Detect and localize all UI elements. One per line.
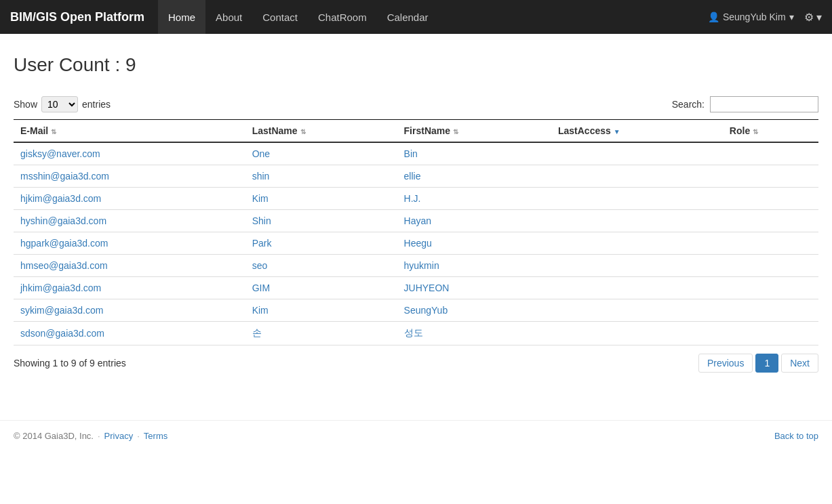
terms-link[interactable]: Terms	[144, 431, 167, 441]
username-label: SeungYub Kim	[723, 12, 786, 22]
cell-firstname: hyukmin	[397, 255, 551, 277]
cell-email[interactable]: hmseo@gaia3d.com	[14, 255, 245, 277]
col-lastname[interactable]: LastName⇅	[245, 120, 397, 143]
col-email[interactable]: E-Mail⇅	[14, 120, 245, 143]
cell-lastaccess	[551, 165, 723, 188]
next-button[interactable]: Next	[781, 354, 818, 373]
nav-item-contact[interactable]: Contact	[252, 0, 308, 34]
footer: © 2014 Gaia3D, Inc. · Privacy · Terms Ba…	[0, 420, 832, 451]
page-button-1[interactable]: 1	[755, 354, 778, 373]
search-label: Search:	[672, 99, 705, 110]
table-row: msshin@gaia3d.comshinellie	[14, 165, 818, 188]
cell-lastname: shin	[245, 165, 397, 188]
footer-left: © 2014 Gaia3D, Inc. · Privacy · Terms	[14, 431, 167, 441]
navbar: BIM/GIS Open Platform HomeAboutContactCh…	[0, 0, 832, 34]
cell-firstname: ellie	[397, 165, 551, 188]
cell-firstname: Hayan	[397, 210, 551, 232]
dot1: ·	[98, 431, 100, 441]
sort-icon-firstname: ⇅	[453, 128, 458, 135]
col-role[interactable]: Role⇅	[723, 120, 818, 143]
sort-icon-lastname: ⇅	[300, 128, 306, 135]
cell-lastname: Shin	[245, 210, 397, 232]
cell-email[interactable]: msshin@gaia3d.com	[14, 165, 245, 188]
entries-select[interactable]: 102550100	[41, 96, 78, 112]
cell-email[interactable]: gisksy@naver.com	[14, 142, 245, 165]
cell-lastaccess	[551, 210, 723, 232]
cell-firstname: JUHYEON	[397, 277, 551, 299]
pagination-controls: Previous 1Next	[698, 354, 818, 373]
table-head: E-Mail⇅LastName⇅FirstName⇅LastAccess▼Rol…	[14, 120, 818, 143]
cell-firstname: Heegu	[397, 232, 551, 255]
table-row: hmseo@gaia3d.comseohyukmin	[14, 255, 818, 277]
nav-item-chatroom[interactable]: ChatRoom	[308, 0, 377, 34]
data-table: E-Mail⇅LastName⇅FirstName⇅LastAccess▼Rol…	[14, 119, 818, 345]
col-lastaccess[interactable]: LastAccess▼	[551, 120, 723, 143]
cell-lastaccess	[551, 322, 723, 345]
page-title: User Count : 9	[14, 54, 818, 76]
nav-item-calendar[interactable]: Calendar	[377, 0, 439, 34]
table-row: jhkim@gaia3d.comGIMJUHYEON	[14, 277, 818, 299]
cell-role	[723, 255, 818, 277]
pagination-info: Showing 1 to 9 of 9 entries	[14, 358, 126, 369]
cell-role	[723, 142, 818, 165]
previous-button[interactable]: Previous	[698, 354, 753, 373]
cell-lastaccess	[551, 188, 723, 210]
cell-role	[723, 299, 818, 322]
sort-icon-email: ⇅	[51, 128, 56, 135]
cell-lastaccess	[551, 255, 723, 277]
user-menu[interactable]: 👤 SeungYub Kim ▾	[708, 12, 794, 22]
cell-lastname: GIM	[245, 277, 397, 299]
cell-lastname: 손	[245, 322, 397, 345]
nav-item-about[interactable]: About	[205, 0, 252, 34]
cell-lastname: Kim	[245, 299, 397, 322]
cell-email[interactable]: sykim@gaia3d.com	[14, 299, 245, 322]
user-dropdown-icon: ▾	[789, 12, 794, 22]
user-icon: 👤	[708, 12, 719, 22]
cell-firstname: 성도	[397, 322, 551, 345]
entries-label: entries	[82, 99, 111, 110]
table-row: sdson@gaia3d.com손성도	[14, 322, 818, 345]
cell-lastname: seo	[245, 255, 397, 277]
search-control: Search:	[672, 96, 818, 112]
cell-email[interactable]: sdson@gaia3d.com	[14, 322, 245, 345]
cell-firstname: Bin	[397, 142, 551, 165]
table-row: hjkim@gaia3d.comKimH.J.	[14, 188, 818, 210]
cell-role	[723, 165, 818, 188]
privacy-link[interactable]: Privacy	[104, 431, 134, 441]
sort-icon-lastaccess: ▼	[614, 128, 620, 135]
cell-lastname: Kim	[245, 188, 397, 210]
dot2: ·	[137, 431, 140, 441]
brand[interactable]: BIM/GIS Open Platform	[10, 10, 144, 24]
cell-email[interactable]: hjkim@gaia3d.com	[14, 188, 245, 210]
cell-role	[723, 210, 818, 232]
cell-lastname: One	[245, 142, 397, 165]
table-row: hgpark@gaia3d.comParkHeegu	[14, 232, 818, 255]
table-row: gisksy@naver.comOneBin	[14, 142, 818, 165]
cell-role	[723, 232, 818, 255]
pagination-area: Showing 1 to 9 of 9 entries Previous 1Ne…	[14, 354, 818, 373]
show-entries: Show 102550100 entries	[14, 96, 111, 112]
main-content: User Count : 9 Show 102550100 entries Se…	[0, 34, 832, 393]
settings-icon[interactable]: ⚙ ▾	[804, 11, 822, 24]
cell-lastaccess	[551, 277, 723, 299]
cell-email[interactable]: hgpark@gaia3d.com	[14, 232, 245, 255]
table-row: hyshin@gaia3d.comShinHayan	[14, 210, 818, 232]
cell-firstname: SeungYub	[397, 299, 551, 322]
back-to-top-link[interactable]: Back to top	[774, 431, 818, 441]
cell-lastaccess	[551, 142, 723, 165]
col-firstname[interactable]: FirstName⇅	[397, 120, 551, 143]
nav-item-home[interactable]: Home	[158, 0, 205, 34]
cell-lastaccess	[551, 299, 723, 322]
search-input[interactable]	[710, 96, 818, 112]
cell-lastaccess	[551, 232, 723, 255]
cell-email[interactable]: hyshin@gaia3d.com	[14, 210, 245, 232]
navbar-right: 👤 SeungYub Kim ▾ ⚙ ▾	[708, 11, 822, 24]
cell-role	[723, 277, 818, 299]
cell-firstname: H.J.	[397, 188, 551, 210]
cell-email[interactable]: jhkim@gaia3d.com	[14, 277, 245, 299]
table-header-row: E-Mail⇅LastName⇅FirstName⇅LastAccess▼Rol…	[14, 120, 818, 143]
cell-role	[723, 188, 818, 210]
sort-icon-role: ⇅	[753, 128, 758, 135]
cell-role	[723, 322, 818, 345]
cell-lastname: Park	[245, 232, 397, 255]
